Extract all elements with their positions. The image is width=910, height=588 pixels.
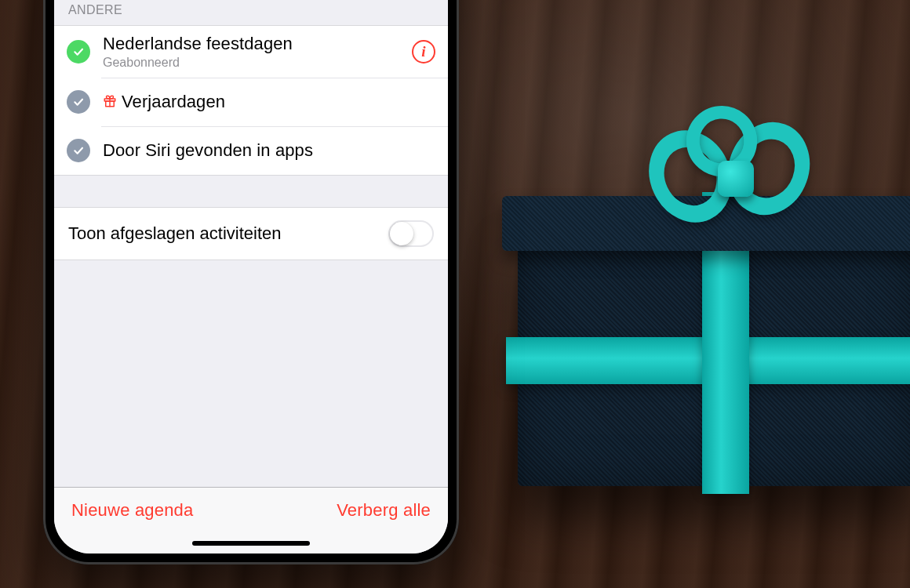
checkmark-icon[interactable] bbox=[67, 139, 90, 162]
calendar-row-birthdays[interactable]: Verjaardagen bbox=[54, 78, 448, 126]
gift-bow-knot bbox=[718, 161, 754, 197]
home-indicator[interactable] bbox=[192, 541, 310, 546]
gift-box-prop bbox=[471, 102, 910, 510]
section-gap bbox=[54, 176, 448, 207]
calendar-title: Verjaardagen bbox=[103, 92, 435, 113]
calendar-row-text: Nederlandse feestdagen Geabonneerd bbox=[103, 34, 404, 70]
info-icon[interactable]: i bbox=[412, 40, 435, 64]
toggle-knob bbox=[390, 222, 413, 245]
gift-bow bbox=[659, 114, 816, 239]
calendar-title-text: Verjaardagen bbox=[122, 92, 225, 111]
calendar-row-text: Door Siri gevonden in apps bbox=[103, 140, 435, 161]
show-declined-label: Toon afgeslagen activiteiten bbox=[68, 223, 388, 244]
gift-icon bbox=[103, 93, 117, 113]
checkmark-icon[interactable] bbox=[67, 40, 90, 64]
scene: Verjaardagen van vrienden Geabonneerd i … bbox=[0, 0, 910, 588]
phone-frame: Verjaardagen van vrienden Geabonneerd i … bbox=[43, 0, 459, 564]
show-declined-row: Toon afgeslagen activiteiten bbox=[54, 207, 448, 260]
section-other: Nederlandse feestdagen Geabonneerd i bbox=[54, 25, 448, 176]
hide-all-button[interactable]: Verberg alle bbox=[337, 500, 431, 521]
new-calendar-button[interactable]: Nieuwe agenda bbox=[71, 500, 194, 521]
flex-spacer bbox=[54, 374, 448, 487]
calendar-row-siri-found[interactable]: Door Siri gevonden in apps bbox=[54, 126, 448, 175]
calendar-title: Door Siri gevonden in apps bbox=[103, 140, 435, 161]
checkmark-icon[interactable] bbox=[67, 90, 90, 114]
calendar-row-dutch-holidays[interactable]: Nederlandse feestdagen Geabonneerd i bbox=[54, 26, 448, 78]
calendar-subtitle: Geabonneerd bbox=[103, 56, 404, 70]
calendar-list: Verjaardagen van vrienden Geabonneerd i … bbox=[54, 0, 448, 374]
section-header-other: ANDERE bbox=[54, 0, 448, 25]
calendar-title: Nederlandse feestdagen bbox=[103, 34, 404, 54]
show-declined-toggle[interactable] bbox=[388, 220, 434, 247]
calendar-row-text: Verjaardagen bbox=[103, 92, 435, 113]
phone-screen: Verjaardagen van vrienden Geabonneerd i … bbox=[54, 0, 448, 554]
